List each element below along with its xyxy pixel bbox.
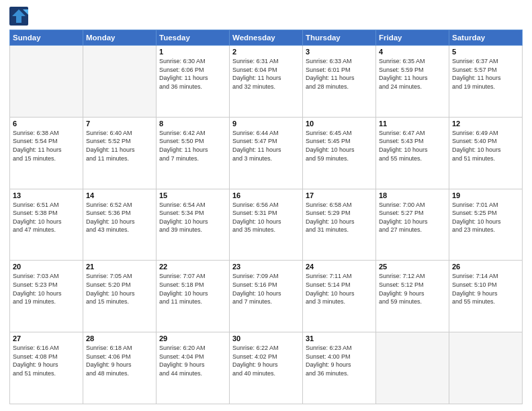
day-number: 8 (159, 120, 226, 128)
day-number: 19 (452, 191, 519, 199)
calendar-week-row: 13Sunrise: 6:51 AM Sunset: 5:38 PM Dayli… (10, 189, 523, 261)
calendar-cell: 22Sunrise: 7:07 AM Sunset: 5:18 PM Dayli… (157, 261, 230, 332)
calendar-cell: 31Sunrise: 6:23 AM Sunset: 4:00 PM Dayli… (303, 332, 376, 404)
calendar-cell (83, 46, 157, 118)
weekday-header: Monday (83, 30, 157, 46)
day-number: 11 (379, 120, 446, 128)
day-number: 5 (452, 48, 519, 56)
calendar-cell: 21Sunrise: 7:05 AM Sunset: 5:20 PM Dayli… (83, 261, 157, 332)
header (9, 7, 523, 26)
logo (9, 7, 31, 26)
weekday-header: Friday (376, 30, 449, 46)
day-info: Sunrise: 6:51 AM Sunset: 5:38 PM Dayligh… (13, 201, 80, 234)
weekday-header: Tuesday (157, 30, 230, 46)
day-number: 25 (379, 263, 446, 271)
calendar-header-row: SundayMondayTuesdayWednesdayThursdayFrid… (10, 30, 523, 46)
calendar-cell: 12Sunrise: 6:49 AM Sunset: 5:40 PM Dayli… (449, 117, 523, 189)
page: SundayMondayTuesdayWednesdayThursdayFrid… (0, 0, 532, 411)
calendar-cell: 19Sunrise: 7:01 AM Sunset: 5:25 PM Dayli… (449, 189, 523, 261)
calendar-cell: 8Sunrise: 6:42 AM Sunset: 5:50 PM Daylig… (157, 117, 230, 189)
calendar-cell: 17Sunrise: 6:58 AM Sunset: 5:29 PM Dayli… (303, 189, 376, 261)
day-number: 22 (159, 263, 226, 271)
day-number: 4 (379, 48, 446, 56)
calendar-cell: 23Sunrise: 7:09 AM Sunset: 5:16 PM Dayli… (230, 261, 303, 332)
day-number: 1 (159, 48, 226, 56)
calendar-cell: 15Sunrise: 6:54 AM Sunset: 5:34 PM Dayli… (157, 189, 230, 261)
calendar-cell: 29Sunrise: 6:20 AM Sunset: 4:04 PM Dayli… (157, 332, 230, 404)
day-number: 13 (13, 191, 80, 199)
day-info: Sunrise: 7:03 AM Sunset: 5:23 PM Dayligh… (13, 272, 80, 306)
day-number: 3 (306, 48, 373, 56)
day-number: 2 (232, 48, 300, 56)
day-number: 27 (13, 334, 80, 342)
day-info: Sunrise: 7:07 AM Sunset: 5:18 PM Dayligh… (159, 272, 226, 306)
day-info: Sunrise: 6:31 AM Sunset: 6:04 PM Dayligh… (232, 57, 300, 91)
day-number: 24 (306, 263, 373, 271)
day-info: Sunrise: 6:16 AM Sunset: 4:08 PM Dayligh… (13, 344, 80, 377)
day-number: 15 (159, 191, 226, 199)
day-info: Sunrise: 6:58 AM Sunset: 5:29 PM Dayligh… (306, 201, 373, 234)
calendar-cell: 4Sunrise: 6:35 AM Sunset: 5:59 PM Daylig… (376, 46, 449, 118)
calendar-week-row: 1Sunrise: 6:30 AM Sunset: 6:06 PM Daylig… (10, 46, 523, 118)
day-number: 16 (232, 191, 300, 199)
day-info: Sunrise: 6:38 AM Sunset: 5:54 PM Dayligh… (13, 129, 80, 163)
day-number: 31 (306, 334, 373, 342)
day-number: 28 (86, 334, 153, 342)
calendar-week-row: 6Sunrise: 6:38 AM Sunset: 5:54 PM Daylig… (10, 117, 523, 189)
day-info: Sunrise: 6:54 AM Sunset: 5:34 PM Dayligh… (159, 201, 226, 234)
day-info: Sunrise: 6:22 AM Sunset: 4:02 PM Dayligh… (232, 344, 300, 377)
day-info: Sunrise: 6:56 AM Sunset: 5:31 PM Dayligh… (232, 201, 300, 234)
calendar-cell: 25Sunrise: 7:12 AM Sunset: 5:12 PM Dayli… (376, 261, 449, 332)
calendar: SundayMondayTuesdayWednesdayThursdayFrid… (9, 30, 523, 404)
calendar-cell (449, 332, 523, 404)
logo-icon (9, 7, 28, 26)
day-info: Sunrise: 6:18 AM Sunset: 4:06 PM Dayligh… (86, 344, 153, 377)
day-info: Sunrise: 7:05 AM Sunset: 5:20 PM Dayligh… (86, 272, 153, 306)
day-number: 12 (452, 120, 519, 128)
day-number: 30 (232, 334, 300, 342)
weekday-header: Thursday (303, 30, 376, 46)
day-info: Sunrise: 7:14 AM Sunset: 5:10 PM Dayligh… (452, 272, 519, 306)
day-number: 9 (232, 120, 300, 128)
calendar-cell: 26Sunrise: 7:14 AM Sunset: 5:10 PM Dayli… (449, 261, 523, 332)
calendar-cell: 20Sunrise: 7:03 AM Sunset: 5:23 PM Dayli… (10, 261, 83, 332)
calendar-cell: 3Sunrise: 6:33 AM Sunset: 6:01 PM Daylig… (303, 46, 376, 118)
day-info: Sunrise: 6:45 AM Sunset: 5:45 PM Dayligh… (306, 129, 373, 163)
day-number: 17 (306, 191, 373, 199)
day-number: 7 (86, 120, 153, 128)
calendar-cell: 18Sunrise: 7:00 AM Sunset: 5:27 PM Dayli… (376, 189, 449, 261)
day-info: Sunrise: 7:11 AM Sunset: 5:14 PM Dayligh… (306, 272, 373, 306)
day-number: 20 (13, 263, 80, 271)
calendar-cell: 28Sunrise: 6:18 AM Sunset: 4:06 PM Dayli… (83, 332, 157, 404)
calendar-cell: 24Sunrise: 7:11 AM Sunset: 5:14 PM Dayli… (303, 261, 376, 332)
day-number: 6 (13, 120, 80, 128)
calendar-week-row: 27Sunrise: 6:16 AM Sunset: 4:08 PM Dayli… (10, 332, 523, 404)
weekday-header: Wednesday (230, 30, 303, 46)
day-info: Sunrise: 6:35 AM Sunset: 5:59 PM Dayligh… (379, 57, 446, 91)
day-number: 23 (232, 263, 300, 271)
day-info: Sunrise: 6:40 AM Sunset: 5:52 PM Dayligh… (86, 129, 153, 163)
day-info: Sunrise: 6:30 AM Sunset: 6:06 PM Dayligh… (159, 57, 226, 91)
day-info: Sunrise: 6:23 AM Sunset: 4:00 PM Dayligh… (306, 344, 373, 377)
calendar-cell (10, 46, 83, 118)
calendar-cell: 11Sunrise: 6:47 AM Sunset: 5:43 PM Dayli… (376, 117, 449, 189)
calendar-cell: 6Sunrise: 6:38 AM Sunset: 5:54 PM Daylig… (10, 117, 83, 189)
calendar-cell: 14Sunrise: 6:52 AM Sunset: 5:36 PM Dayli… (83, 189, 157, 261)
calendar-cell: 1Sunrise: 6:30 AM Sunset: 6:06 PM Daylig… (157, 46, 230, 118)
day-number: 29 (159, 334, 226, 342)
calendar-cell: 13Sunrise: 6:51 AM Sunset: 5:38 PM Dayli… (10, 189, 83, 261)
day-info: Sunrise: 6:20 AM Sunset: 4:04 PM Dayligh… (159, 344, 226, 377)
calendar-cell: 27Sunrise: 6:16 AM Sunset: 4:08 PM Dayli… (10, 332, 83, 404)
day-info: Sunrise: 6:52 AM Sunset: 5:36 PM Dayligh… (86, 201, 153, 234)
day-info: Sunrise: 7:09 AM Sunset: 5:16 PM Dayligh… (232, 272, 300, 306)
calendar-cell: 10Sunrise: 6:45 AM Sunset: 5:45 PM Dayli… (303, 117, 376, 189)
calendar-cell: 9Sunrise: 6:44 AM Sunset: 5:47 PM Daylig… (230, 117, 303, 189)
calendar-week-row: 20Sunrise: 7:03 AM Sunset: 5:23 PM Dayli… (10, 261, 523, 332)
day-info: Sunrise: 6:44 AM Sunset: 5:47 PM Dayligh… (232, 129, 300, 163)
day-info: Sunrise: 7:12 AM Sunset: 5:12 PM Dayligh… (379, 272, 446, 306)
calendar-cell: 30Sunrise: 6:22 AM Sunset: 4:02 PM Dayli… (230, 332, 303, 404)
weekday-header: Sunday (10, 30, 83, 46)
calendar-cell: 16Sunrise: 6:56 AM Sunset: 5:31 PM Dayli… (230, 189, 303, 261)
calendar-cell: 2Sunrise: 6:31 AM Sunset: 6:04 PM Daylig… (230, 46, 303, 118)
day-info: Sunrise: 6:37 AM Sunset: 5:57 PM Dayligh… (452, 57, 519, 91)
